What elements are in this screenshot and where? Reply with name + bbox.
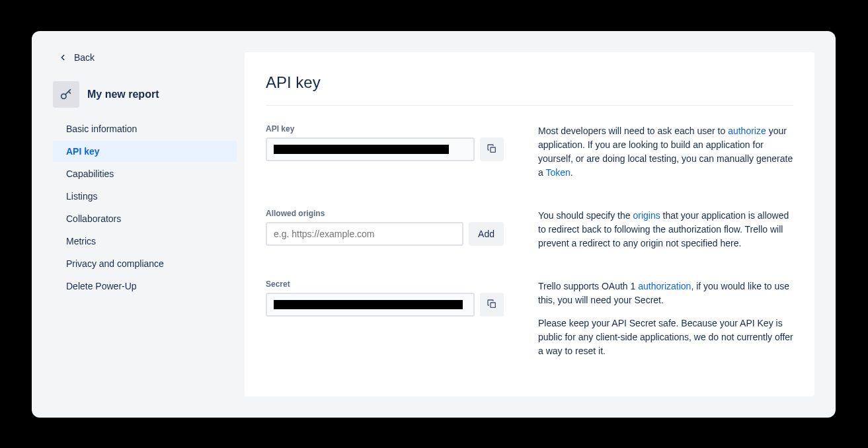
section-api-key: API key Most developers	[266, 124, 793, 180]
svg-line-2	[69, 91, 71, 93]
nav-privacy-compliance[interactable]: Privacy and compliance	[53, 253, 237, 274]
key-icon	[53, 81, 79, 108]
svg-rect-3	[491, 147, 495, 152]
api-key-help: Most developers will need to ask each us…	[538, 124, 793, 180]
copy-icon	[487, 143, 497, 156]
api-key-label: API key	[266, 124, 504, 133]
secret-label: Secret	[266, 280, 504, 289]
nav-collaborators[interactable]: Collaborators	[53, 208, 237, 229]
origins-link[interactable]: origins	[633, 210, 660, 221]
nav-capabilities[interactable]: Capabilities	[53, 163, 237, 184]
authorization-link[interactable]: authorization	[638, 281, 691, 291]
allowed-origins-input[interactable]	[266, 222, 463, 246]
section-allowed-origins: Allowed origins Add You should specify t…	[266, 209, 793, 250]
authorize-link[interactable]: authorize	[728, 126, 766, 136]
secret-help: Trello supports OAuth 1 authorization, i…	[538, 280, 793, 358]
section-secret: Secret Trello supports	[266, 280, 793, 358]
copy-icon	[487, 299, 497, 311]
page-title: API key	[266, 73, 793, 106]
nav-listings[interactable]: Listings	[53, 186, 237, 207]
api-key-input[interactable]	[266, 137, 475, 161]
sidebar-nav: Basic information API key Capabilities L…	[32, 118, 245, 297]
back-label: Back	[74, 52, 95, 63]
allowed-origins-help: You should specify the origins that your…	[538, 209, 793, 250]
nav-metrics[interactable]: Metrics	[53, 231, 237, 252]
add-origin-button[interactable]: Add	[469, 222, 504, 246]
token-link[interactable]: Token	[545, 167, 570, 178]
nav-delete-power-up[interactable]: Delete Power-Up	[53, 276, 237, 297]
copy-api-key-button[interactable]	[480, 137, 504, 161]
redacted-value	[274, 300, 463, 309]
app-frame: Back My new report Basic information API…	[32, 31, 836, 418]
copy-secret-button[interactable]	[480, 293, 504, 317]
sidebar: Back My new report Basic information API…	[32, 31, 245, 418]
back-button[interactable]: Back	[32, 52, 245, 63]
project-header: My new report	[32, 81, 245, 108]
nav-basic-information[interactable]: Basic information	[53, 118, 237, 139]
chevron-left-icon	[58, 53, 67, 62]
svg-rect-4	[491, 303, 495, 307]
secret-input[interactable]	[266, 293, 475, 317]
nav-api-key[interactable]: API key	[53, 141, 237, 162]
content-panel: API key API key	[245, 52, 814, 396]
redacted-value	[274, 145, 449, 154]
project-name: My new report	[87, 89, 159, 100]
allowed-origins-label: Allowed origins	[266, 209, 504, 218]
